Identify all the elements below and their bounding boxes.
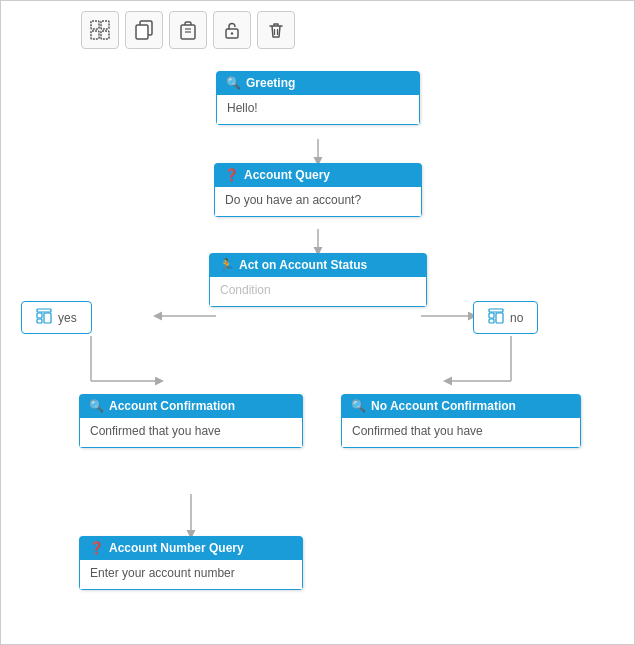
svg-rect-27 bbox=[489, 319, 494, 323]
act-title: Act on Account Status bbox=[239, 258, 367, 272]
act-on-account-node[interactable]: 🏃 Act on Account Status Condition bbox=[209, 253, 427, 307]
account-query-title: Account Query bbox=[244, 168, 330, 182]
act-on-account-body: Condition bbox=[209, 277, 427, 307]
account-number-query-title: Account Number Query bbox=[109, 541, 244, 555]
account-query-body: Do you have an account? bbox=[214, 187, 422, 217]
svg-rect-23 bbox=[37, 319, 42, 323]
account-query-icon: ❓ bbox=[224, 168, 239, 182]
no-label: no bbox=[510, 311, 523, 325]
account-query-node[interactable]: ❓ Account Query Do you have an account? bbox=[214, 163, 422, 217]
account-confirmation-title: Account Confirmation bbox=[109, 399, 235, 413]
account-number-query-body: Enter your account number bbox=[79, 560, 303, 590]
greeting-icon: 🔍 bbox=[226, 76, 241, 90]
account-number-query-header: ❓ Account Number Query bbox=[79, 536, 303, 560]
condition-placeholder: Condition bbox=[220, 283, 271, 297]
svg-rect-3 bbox=[101, 31, 109, 39]
delete-button[interactable] bbox=[257, 11, 295, 49]
greeting-node-body: Hello! bbox=[216, 95, 420, 125]
no-account-confirmation-icon: 🔍 bbox=[351, 399, 366, 413]
yes-node[interactable]: yes bbox=[21, 301, 92, 334]
greeting-node[interactable]: 🔍 Greeting Hello! bbox=[216, 71, 420, 125]
paste-button[interactable] bbox=[169, 11, 207, 49]
svg-rect-5 bbox=[136, 25, 148, 39]
no-account-confirmation-text: Confirmed that you have bbox=[352, 424, 483, 438]
account-query-header: ❓ Account Query bbox=[214, 163, 422, 187]
yes-icon bbox=[36, 308, 52, 327]
account-confirmation-node[interactable]: 🔍 Account Confirmation Confirmed that yo… bbox=[79, 394, 303, 448]
act-icon: 🏃 bbox=[219, 258, 234, 272]
flow-canvas: 🔍 Greeting Hello! ❓ Account Query Do you… bbox=[1, 1, 635, 645]
svg-rect-22 bbox=[37, 313, 42, 318]
yes-label: yes bbox=[58, 311, 77, 325]
svg-point-10 bbox=[231, 32, 233, 34]
copy-button[interactable] bbox=[125, 11, 163, 49]
svg-rect-28 bbox=[496, 313, 503, 323]
select-tool-button[interactable] bbox=[81, 11, 119, 49]
no-icon bbox=[488, 308, 504, 327]
svg-rect-25 bbox=[37, 309, 51, 312]
greeting-text: Hello! bbox=[227, 101, 258, 115]
svg-rect-24 bbox=[44, 313, 51, 323]
lock-button[interactable] bbox=[213, 11, 251, 49]
account-confirmation-icon: 🔍 bbox=[89, 399, 104, 413]
account-number-query-node[interactable]: ❓ Account Number Query Enter your accoun… bbox=[79, 536, 303, 590]
svg-rect-29 bbox=[489, 309, 503, 312]
no-account-confirmation-body: Confirmed that you have bbox=[341, 418, 581, 448]
no-account-confirmation-node[interactable]: 🔍 No Account Confirmation Confirmed that… bbox=[341, 394, 581, 448]
account-number-query-icon: ❓ bbox=[89, 541, 104, 555]
greeting-node-header: 🔍 Greeting bbox=[216, 71, 420, 95]
account-confirmation-header: 🔍 Account Confirmation bbox=[79, 394, 303, 418]
act-on-account-header: 🏃 Act on Account Status bbox=[209, 253, 427, 277]
account-number-query-text: Enter your account number bbox=[90, 566, 235, 580]
svg-rect-26 bbox=[489, 313, 494, 318]
svg-rect-0 bbox=[91, 21, 99, 29]
no-account-confirmation-title: No Account Confirmation bbox=[371, 399, 516, 413]
svg-rect-1 bbox=[101, 21, 109, 29]
account-query-text: Do you have an account? bbox=[225, 193, 361, 207]
account-confirmation-body: Confirmed that you have bbox=[79, 418, 303, 448]
account-confirmation-text: Confirmed that you have bbox=[90, 424, 221, 438]
toolbar bbox=[81, 11, 295, 49]
greeting-title: Greeting bbox=[246, 76, 295, 90]
svg-rect-2 bbox=[91, 31, 99, 39]
no-node[interactable]: no bbox=[473, 301, 538, 334]
no-account-confirmation-header: 🔍 No Account Confirmation bbox=[341, 394, 581, 418]
